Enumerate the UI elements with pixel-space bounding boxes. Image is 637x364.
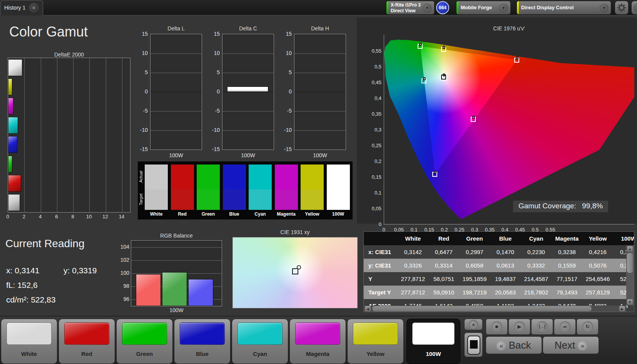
cie-1931-title: CIE 1931 xy	[232, 229, 358, 235]
settings-button[interactable]	[615, 1, 629, 15]
patch-actual-cyan	[249, 165, 272, 189]
reading-count-badge: 664	[436, 1, 449, 14]
scroll-left-icon[interactable]: ◀	[364, 306, 371, 312]
delta-gridline	[294, 73, 346, 73]
patch-target-yellow	[301, 189, 324, 210]
pattern-button-100w[interactable]: 100W	[406, 319, 460, 364]
deltae-x-tick-label: 10	[84, 214, 94, 219]
patch-target-green	[197, 189, 220, 210]
meter-mode: Direct View	[391, 8, 415, 13]
meter-status-bar	[386, 1, 388, 14]
delta-gridline	[222, 92, 274, 92]
target-row-label: Target	[139, 188, 144, 211]
cie76-y-tick-label: 0,15	[364, 174, 381, 180]
rgb-gridline	[131, 247, 222, 248]
pattern-swatch	[7, 322, 52, 345]
deltae-x-axis: 02468101214	[8, 214, 130, 220]
table-cell: 0,2230	[521, 245, 552, 259]
table-cell: 77,1517	[552, 272, 582, 286]
delta-x-label: 100W	[222, 152, 274, 158]
table-cell: 195,1859	[459, 272, 490, 286]
patch-label: Blue	[221, 211, 247, 217]
delta-y-tick-label: -10	[206, 127, 220, 133]
patch-label: Red	[169, 211, 196, 217]
current-reading-title: Current Reading	[5, 238, 84, 250]
collapse-toolbar-button[interactable]: ◀	[631, 1, 637, 15]
pattern-swatch	[353, 322, 398, 345]
delta-y-tick-label: -10	[134, 127, 148, 133]
chevron-down-icon[interactable]: ▼	[499, 3, 508, 13]
table-cell: 59,0910	[428, 286, 459, 299]
table-row-label: x: CIE31	[364, 245, 398, 259]
deltae-x-tick-label: 8	[68, 214, 77, 219]
delta-gridline	[150, 111, 202, 111]
measure-continuous-icon: ∞	[560, 321, 570, 332]
delta-y-tick-label: 15	[278, 31, 292, 37]
patch-target-cyan	[249, 189, 272, 210]
play-button[interactable]: ▶	[508, 319, 530, 335]
pattern-window-position-button[interactable]	[464, 332, 483, 357]
table-cell: 0,6477	[428, 245, 459, 259]
source-selector[interactable]: Mobile Forge ▼	[456, 1, 511, 15]
delta-y-tick-label: 15	[134, 31, 148, 37]
table-vertical-scrollbar[interactable]: ▲ ▼	[626, 245, 634, 306]
delta-y-tick-label: -15	[206, 146, 220, 152]
back-button[interactable]: « Back	[486, 336, 542, 354]
table-column-header: Magenta	[552, 232, 582, 245]
deltae-x-tick-label: 2	[19, 214, 28, 219]
table-horizontal-scrollbar[interactable]: ◀ ▶	[364, 306, 626, 312]
scroll-right-icon[interactable]: ▶	[619, 306, 625, 312]
horizontal-scroll-thumb[interactable]	[372, 306, 592, 311]
window-frame-icon	[467, 336, 480, 355]
deltae-x-tick-label: 12	[101, 214, 110, 219]
scroll-down-icon[interactable]: ▼	[627, 299, 633, 305]
expand-pattern-panel-button[interactable]: ▲	[464, 319, 483, 330]
table-cell: 0,3326	[398, 259, 428, 272]
table-cell: 0,4216	[582, 245, 613, 259]
pattern-button-cyan[interactable]: Cyan	[232, 319, 288, 364]
table-cell: 0,1559	[552, 259, 582, 272]
rgb-y-tick-label: 100	[115, 270, 129, 276]
refresh-button[interactable]: ↻	[577, 319, 599, 335]
table-row-label: Y	[364, 272, 398, 286]
pattern-button-yellow[interactable]: Yellow	[347, 319, 404, 364]
pattern-button-white[interactable]: White	[1, 319, 57, 364]
source-status-bar	[456, 1, 458, 14]
table-column-header: 100W	[613, 232, 634, 245]
pattern-button-red[interactable]: Red	[59, 319, 115, 364]
pattern-label: Yellow	[348, 351, 403, 357]
next-button[interactable]: Next »	[543, 336, 599, 354]
cie-1976-title: CIE 1976 u'v'	[384, 25, 634, 32]
stop-button[interactable]: ■	[486, 319, 508, 335]
meter-selector[interactable]: X-Rite i1Pro 3 Direct View ▼	[386, 1, 435, 15]
table-row: y: CIE310,33260,33140,60580,06130,33320,…	[364, 259, 634, 272]
patch-actual-white	[145, 165, 168, 189]
pattern-label: Magenta	[290, 351, 346, 357]
measure-continuous-button[interactable]: ∞	[554, 319, 576, 335]
stop-icon: ■	[492, 321, 502, 332]
patch-actual-blue	[223, 165, 246, 189]
scroll-up-icon[interactable]: ▲	[627, 246, 633, 252]
table-column-header: White	[398, 232, 428, 245]
display-control-selector[interactable]: Direct Display Control ▼	[517, 1, 611, 15]
deltae-x-tick-label: 4	[36, 214, 45, 219]
display-control-status-bar	[517, 1, 519, 14]
chevron-down-icon[interactable]: ▼	[599, 3, 609, 13]
delta-y-tick-label: 10	[134, 50, 148, 56]
table-cell: 79,1493	[552, 286, 582, 299]
vertical-scroll-thumb[interactable]	[627, 253, 633, 273]
delta-y-tick-label: -15	[278, 146, 292, 152]
pattern-button-magenta[interactable]: Magenta	[289, 319, 346, 364]
table-row-label: Target Y	[364, 286, 398, 299]
color-gamut-page: { "glyphs": { "chevron_down": "▼", "chev…	[0, 0, 637, 364]
pattern-button-green[interactable]: Green	[116, 319, 173, 364]
pattern-button-blue[interactable]: Blue	[174, 319, 231, 364]
measure-single-button[interactable]: [↔]	[531, 319, 553, 335]
table-cell: 0,6058	[459, 259, 490, 272]
delta-gridline	[294, 130, 346, 131]
chevron-down-icon[interactable]: ▼	[423, 3, 432, 13]
table-cell: 58,0751	[428, 272, 459, 286]
patch-target-blue	[223, 189, 246, 210]
rgb-y-tick-label: 98	[115, 283, 129, 289]
delta-gridline	[294, 111, 346, 111]
